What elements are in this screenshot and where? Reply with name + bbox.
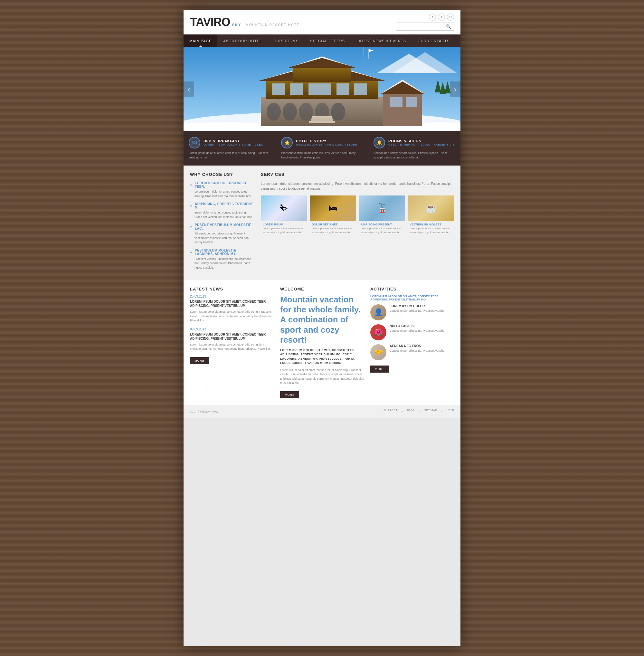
activity-info-text-3: Consec tetuer adipiscing. Praesent vesti… [390, 349, 445, 353]
svg-point-13 [331, 103, 345, 121]
accordion-header-1[interactable]: ► LOREM IPSUM DOLORCONSEC TEER. [190, 181, 254, 188]
service-img-spa: 🛏 [310, 196, 356, 221]
footer-link-sitemap[interactable]: SITEMAP [424, 409, 437, 414]
activities-title: ACTIVITIES [370, 287, 454, 291]
accordion-item-4: ► VESTIBULUM MOLESTIE LACUIRHS, AENEON M… [190, 249, 254, 270]
hero-next-arrow[interactable]: › [450, 82, 460, 97]
search-bar[interactable]: 🔍 [396, 23, 454, 30]
features-bar: 🍽 BED & BREAKFAST LOREM IPSUM DOLOR SIT … [184, 131, 460, 165]
accordion-header-2[interactable]: ► ADIPISCING, PRSENT VESTIBIENT M. [190, 202, 254, 209]
activity-thumb-3: 🤝 [370, 344, 386, 360]
svg-rect-19 [354, 84, 367, 95]
news-headline-1: LOREM IPSUM DOLOR SIT AMET, CONSEC TEER … [190, 299, 274, 308]
accordion-text-2: Ipsum dolor sit amet, consec tadipiscing… [190, 211, 254, 219]
search-input[interactable] [399, 25, 446, 29]
activity-info-text-1: Consec tetuer adipiscing. Praesent vesti… [390, 309, 445, 313]
activity-info-title-3: AENEAN NEC EROS [390, 344, 445, 348]
service-card-text-2: Lorem ipsum dolor sit amet, consec tetue… [310, 227, 356, 236]
activities-more-button[interactable]: MORE [370, 365, 389, 372]
nav-offers[interactable]: SPECIAL OFFERS [304, 35, 351, 47]
feature-hotel-history: ⭐ HOTEL HISTORY IPSUM DOLOR SIT AMET, CS… [276, 131, 368, 165]
svg-rect-22 [293, 67, 351, 82]
accordion-arrow-3: ► [190, 225, 193, 228]
facebook-icon[interactable]: f [438, 14, 445, 21]
activity-info-title-2: NULLA FACILISI [390, 324, 445, 328]
activity-link[interactable]: LOREM IPSUM DOLOR SIT AMET, CONSEC TEER … [370, 295, 454, 301]
welcome-tagline: Mountain vacation for the whole family. … [280, 295, 364, 345]
service-card-title-1: LOREM IPSUM [261, 221, 307, 227]
accordion-arrow-4: ► [190, 251, 193, 254]
twitter-icon[interactable]: t [429, 14, 436, 21]
accordion-item-1: ► LOREM IPSUM DOLORCONSEC TEER. Lorem ip… [190, 181, 254, 198]
logo-tagline: MOUNTAIN RESORT HOTEL [246, 23, 302, 27]
accordion-arrow-2: ► [190, 204, 193, 207]
footer-link-faqs[interactable]: FAQS [407, 409, 415, 414]
service-card-text-4: Lorem ipsum dolor sit amet, consec tetue… [408, 227, 454, 236]
footer-links: SUPPORT • FAQS • SITEMAP • HELP [384, 409, 454, 414]
nav-about[interactable]: ABOUT OUR HOTEL [217, 35, 268, 47]
welcome-more-button[interactable]: MORE [280, 391, 299, 398]
why-choose-title: WHY CHOOSE US? [190, 172, 254, 177]
accordion-title-4: VESTIBULUM MOLESTIE LACUIRHS, AENEON MY. [195, 249, 254, 256]
feature-text-3: Aenean non ummy hendreriaurus. Phasellus… [373, 151, 455, 160]
hero-prev-arrow[interactable]: ‹ [184, 82, 194, 97]
welcome-section: WELCOME Mountain vacation for the whole … [280, 287, 364, 398]
svg-rect-17 [308, 84, 331, 95]
svg-rect-36 [312, 116, 332, 118]
services-section: SERVICES Lorem ipsum dolor sit amet, con… [261, 172, 454, 274]
accordion-text-4: Praesent vestibu lum molestie lacuirhs/h… [190, 257, 254, 270]
page-wrapper: TAVIRO SKY MOUNTAIN RESORT HOTEL t f g+ … [184, 10, 460, 646]
accordion-text-3: Sit amet, consec tetuer acing. Praesent … [190, 231, 254, 245]
services-intro: Lorem ipsum dolor sit amet, consec teer … [261, 181, 454, 191]
accordion-header-4[interactable]: ► VESTIBULUM MOLESTIE LACUIRHS, AENEON M… [190, 249, 254, 256]
main-content: WHY CHOOSE US? ► LOREM IPSUM DOLORCONSEC… [184, 165, 460, 280]
svg-rect-30 [390, 97, 402, 107]
feature-rooms-suites: 🔔 ROOMS & SUITES CSEC TETUER ADIPI SCING… [368, 131, 460, 165]
logo-area: TAVIRO SKY MOUNTAIN RESORT HOTEL [190, 16, 302, 29]
google-icon[interactable]: g+ [447, 14, 454, 21]
accordion-item-2: ► ADIPISCING, PRSENT VESTIBIENT M. Ipsum… [190, 202, 254, 219]
hero-illustration [184, 47, 460, 131]
feature-icon-1: 🍽 [189, 137, 200, 149]
news-date-1: 20.09.2013 [190, 295, 274, 298]
feature-text-2: Praesent vestibuum molestie lacuiirhs. A… [281, 151, 363, 160]
latest-news-title: LATEST NEWS [190, 287, 274, 291]
footer-copyright: 2014 © Privacy Policy [190, 410, 218, 413]
welcome-title: WELCOME [280, 287, 364, 291]
svg-rect-16 [290, 84, 303, 95]
footer-link-support[interactable]: SUPPORT [384, 409, 397, 414]
feature-header-2: ⭐ HOTEL HISTORY IPSUM DOLOR SIT AMET, CS… [281, 137, 363, 149]
activity-info-text-2: Consec tetuer adipiscing. Praesent vesti… [390, 329, 445, 333]
nav-contacts[interactable]: OUR CONTACTS [412, 35, 455, 47]
feature-title-1: BED & BREAKFAST [204, 139, 263, 143]
service-img-breakfast: ☕ [408, 196, 454, 221]
feature-title-3: ROOMS & SUITES [388, 139, 455, 143]
footer-separator-3: • [441, 409, 443, 414]
footer-separator-1: • [401, 409, 403, 414]
accordion-header-3[interactable]: ► PRSENT VESTIBULUM MOLESTIE LAC. [190, 223, 254, 230]
footer-separator-2: • [419, 409, 420, 414]
news-more-button[interactable]: MORE [190, 357, 209, 364]
latest-news-section: LATEST NEWS 20.09.2013 LOREM IPSUM DOLOR… [190, 287, 274, 398]
logo-sky: SKY [232, 23, 242, 27]
activities-section: ACTIVITIES LOREM IPSUM DOLOR SIT AMET, C… [370, 287, 454, 398]
nav-news[interactable]: LATEST NEWS & EVENTS [351, 35, 412, 47]
feature-text-1: Lorem ipsum dolor sit amet, conc tetu er… [189, 151, 271, 160]
footer-link-help[interactable]: HELP [446, 409, 454, 414]
feature-subtitle-3: CSEC TETUER ADIPI SCING PRAESENT VIB [388, 143, 455, 146]
feature-icon-3: 🔔 [373, 137, 385, 149]
header: TAVIRO SKY MOUNTAIN RESORT HOTEL t f g+ … [184, 10, 460, 35]
services-title: SERVICES [261, 172, 454, 177]
feature-subtitle-1: LOREM IPSUM DOLOR SIT AMET, CSEC [204, 143, 263, 146]
activity-info-2: NULLA FACILISI Consec tetuer adipiscing.… [390, 324, 445, 340]
service-card-2: 🛏 DOLOR SET AMET Lorem ipsum dolor sit a… [310, 196, 356, 221]
news-headline-2: LOREM IPSUM DOLOR SIT AMET, CONSEC TEER … [190, 332, 274, 341]
svg-rect-31 [406, 97, 417, 107]
search-icon[interactable]: 🔍 [446, 24, 451, 29]
nav-main-page[interactable]: MAIN PAGE [184, 35, 217, 47]
nav-rooms[interactable]: OUR ROOMS [268, 35, 304, 47]
feature-bed-breakfast: 🍽 BED & BREAKFAST LOREM IPSUM DOLOR SIT … [184, 131, 276, 165]
service-card-1: ⛷ LOREM IPSUM Lorem ipsum dolor sit amet… [261, 196, 307, 221]
accordion-item-3: ► PRSENT VESTIBULUM MOLESTIE LAC. Sit am… [190, 223, 254, 245]
news-date-2: 09.09.2013 [190, 327, 274, 331]
